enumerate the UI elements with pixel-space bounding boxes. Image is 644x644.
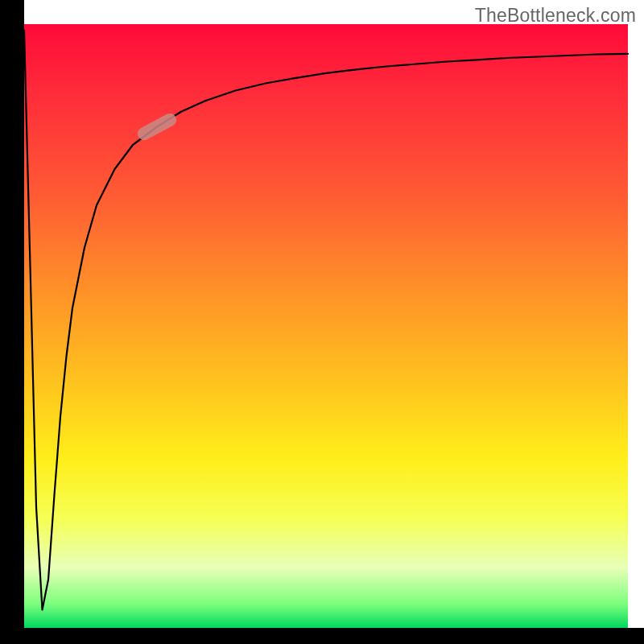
- curve-layer: [24, 24, 628, 628]
- x-axis: [0, 628, 644, 644]
- chart-stage: TheBottleneck.com: [0, 0, 644, 644]
- curve-marker: [135, 111, 179, 142]
- y-axis: [0, 0, 24, 628]
- bottleneck-curve: [24, 31, 628, 610]
- watermark-text: TheBottleneck.com: [475, 5, 636, 27]
